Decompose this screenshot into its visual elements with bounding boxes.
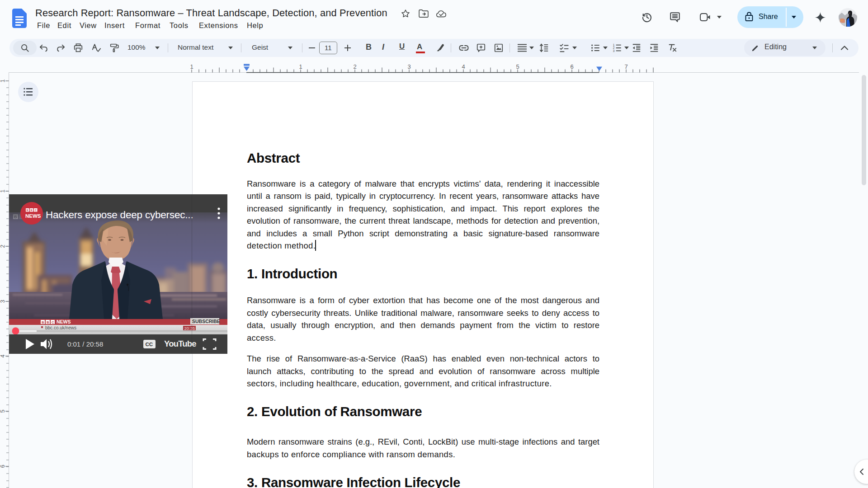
svg-text:5: 5 (516, 63, 519, 70)
svg-text:NEWS: NEWS (57, 319, 71, 324)
svg-text:C: C (52, 320, 54, 324)
svg-text:NEWS: NEWS (25, 213, 41, 219)
svg-text:B: B (47, 320, 49, 324)
svg-text:0:01 / 20:58: 0:01 / 20:58 (67, 340, 103, 348)
svg-text:B: B (27, 209, 29, 211)
svg-text:B: B (31, 209, 33, 211)
svg-text:4: 4 (462, 63, 465, 70)
svg-text:B: B (42, 320, 44, 324)
svg-text:1: 1 (299, 63, 302, 70)
svg-text:2: 2 (353, 63, 356, 70)
svg-text:1: 1 (0, 189, 6, 192)
svg-text:3: 3 (0, 300, 6, 303)
svg-text:6: 6 (570, 63, 573, 70)
svg-text:5: 5 (0, 409, 6, 413)
svg-text:Hackers expose deep cybersec..: Hackers expose deep cybersec... (46, 209, 193, 221)
svg-text:7: 7 (624, 63, 627, 70)
svg-text:6: 6 (0, 465, 6, 468)
svg-text:C: C (35, 209, 37, 211)
svg-text:1: 1 (0, 79, 6, 82)
svg-text:2: 2 (0, 244, 6, 248)
svg-text:20:35: 20:35 (184, 326, 195, 331)
svg-text:SUBSCRIBE: SUBSCRIBE (192, 319, 220, 324)
svg-text:4: 4 (0, 354, 6, 357)
svg-text:CC: CC (146, 342, 153, 347)
svg-text:bbc.co.uk/news: bbc.co.uk/news (45, 325, 76, 330)
svg-text:1: 1 (190, 63, 193, 70)
svg-text:3: 3 (613, 49, 615, 52)
svg-text:3: 3 (407, 63, 410, 70)
